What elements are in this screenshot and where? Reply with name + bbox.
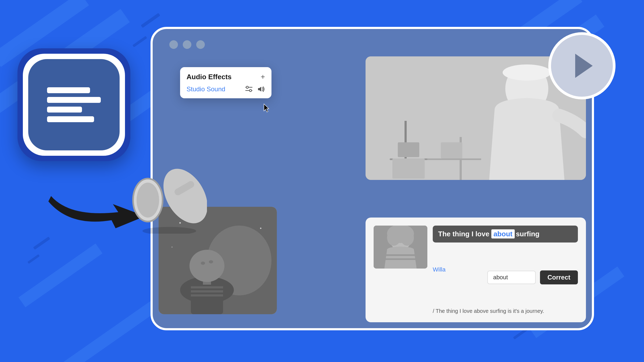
transcript-video-thumb [374, 226, 427, 269]
logo-line-1 [47, 87, 90, 93]
app-icon-white-ring [23, 54, 125, 156]
svg-rect-3 [505, 71, 548, 77]
svg-point-17 [137, 183, 159, 218]
traffic-lights [169, 40, 205, 49]
speaker-name: Willa [433, 266, 446, 273]
svg-point-30 [189, 250, 224, 282]
transcript-line: / The thing I love above surfing is it's… [433, 308, 578, 314]
transcript-content: The thing I love about surfing Willa abo… [374, 226, 578, 314]
logo-line-3 [47, 107, 82, 113]
speaker-correction-row: Willa about Correct [433, 266, 578, 284]
sliders-icon[interactable] [245, 85, 253, 93]
add-effect-button[interactable]: + [261, 73, 265, 81]
cursor-svg [263, 103, 271, 113]
screen-content: Audio Effects + Studio Sound [159, 56, 586, 322]
svg-point-26 [171, 247, 173, 248]
correction-input[interactable]: about [487, 271, 536, 284]
popup-item-icons [245, 85, 265, 93]
logo-line-4 [47, 116, 94, 122]
audio-effects-title: Audio Effects [187, 73, 232, 81]
app-icon-inner [28, 59, 120, 150]
logo-line-2 [47, 97, 101, 103]
subtitle-text-after: surfing [516, 230, 539, 238]
subtitle-bar: The thing I love about surfing [433, 226, 578, 242]
logo-lines [47, 87, 101, 122]
svg-rect-10 [392, 158, 425, 179]
popup-header: Audio Effects + [187, 73, 265, 81]
svg-rect-6 [441, 142, 462, 158]
svg-point-32 [209, 260, 213, 263]
subtitle-text-before: The thing I love [438, 230, 491, 238]
main-screen: Audio Effects + Studio Sound [151, 27, 594, 330]
megaphone-3d [132, 158, 207, 234]
svg-point-12 [246, 86, 248, 88]
play-button-circle[interactable] [548, 32, 616, 99]
app-icon-outer [17, 48, 130, 161]
svg-point-40 [400, 230, 414, 246]
megaphone-svg [132, 158, 207, 234]
dec-dash [27, 254, 40, 264]
traffic-light-close [169, 40, 178, 49]
svg-point-31 [201, 262, 205, 265]
svg-point-25 [260, 228, 262, 229]
traffic-light-fullscreen [196, 40, 205, 49]
traffic-light-minimize [183, 40, 191, 49]
studio-sound-label: Studio Sound [187, 85, 225, 93]
svg-rect-9 [398, 142, 419, 157]
dec-dash [141, 13, 160, 28]
mic-stand-svg [382, 121, 435, 180]
transcript-panel: The thing I love about surfing Willa abo… [366, 218, 586, 322]
studio-sound-item[interactable]: Studio Sound [187, 85, 265, 93]
audio-effects-popup: Audio Effects + Studio Sound [180, 67, 271, 98]
subtitle-highlight: about [491, 229, 515, 238]
transcript-text-area: The thing I love about surfing Willa abo… [433, 226, 578, 314]
dec-dash [33, 237, 50, 250]
correction-row: about Correct [487, 270, 578, 284]
play-triangle-icon [575, 54, 593, 78]
bg-stripe [19, 244, 103, 307]
mouse-cursor [263, 103, 271, 113]
svg-point-20 [142, 227, 196, 234]
svg-point-14 [249, 89, 252, 92]
app-icon-container [17, 48, 130, 161]
svg-point-39 [387, 230, 400, 246]
dec-dash [133, 36, 147, 48]
correct-button[interactable]: Correct [540, 270, 578, 284]
woman-thumb-svg [374, 226, 427, 269]
speaker-icon[interactable] [256, 85, 265, 93]
